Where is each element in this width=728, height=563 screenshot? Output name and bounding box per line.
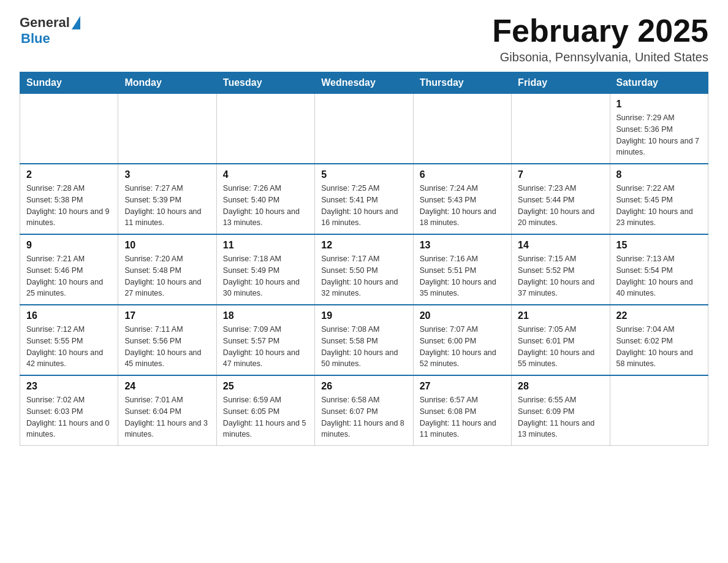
day-number: 11 — [223, 240, 308, 251]
day-info: Sunrise: 7:20 AM Sunset: 5:48 PM Dayligh… — [124, 253, 210, 299]
day-number: 23 — [26, 381, 112, 392]
logo-triangle-icon — [72, 16, 80, 29]
day-number: 5 — [321, 169, 406, 180]
day-info: Sunrise: 6:58 AM Sunset: 6:07 PM Dayligh… — [321, 394, 406, 440]
day-info: Sunrise: 7:15 AM Sunset: 5:52 PM Dayligh… — [518, 253, 603, 299]
day-number: 2 — [26, 169, 112, 180]
day-info: Sunrise: 7:04 AM Sunset: 6:02 PM Dayligh… — [616, 324, 702, 370]
day-number: 26 — [321, 381, 406, 392]
day-number: 4 — [223, 169, 308, 180]
calendar-day-cell: 26Sunrise: 6:58 AM Sunset: 6:07 PM Dayli… — [315, 375, 413, 446]
calendar-day-cell: 3Sunrise: 7:27 AM Sunset: 5:39 PM Daylig… — [118, 164, 216, 234]
calendar-day-cell — [216, 94, 314, 164]
calendar-day-cell: 12Sunrise: 7:17 AM Sunset: 5:50 PM Dayli… — [315, 234, 413, 305]
day-number: 27 — [420, 381, 505, 392]
calendar-day-cell: 23Sunrise: 7:02 AM Sunset: 6:03 PM Dayli… — [20, 375, 118, 446]
title-block: February 2025 Gibsonia, Pennsylvania, Un… — [492, 15, 708, 64]
day-info: Sunrise: 6:57 AM Sunset: 6:08 PM Dayligh… — [420, 394, 505, 440]
day-info: Sunrise: 7:24 AM Sunset: 5:43 PM Dayligh… — [420, 183, 505, 229]
day-number: 19 — [321, 310, 406, 321]
day-of-week-header: Tuesday — [216, 72, 314, 94]
day-of-week-header: Thursday — [413, 72, 511, 94]
day-info: Sunrise: 7:22 AM Sunset: 5:45 PM Dayligh… — [616, 183, 702, 229]
day-number: 25 — [223, 381, 308, 392]
calendar-day-cell: 15Sunrise: 7:13 AM Sunset: 5:54 PM Dayli… — [610, 234, 708, 305]
page-header: General Blue February 2025 Gibsonia, Pen… — [20, 15, 708, 64]
calendar-week-row: 23Sunrise: 7:02 AM Sunset: 6:03 PM Dayli… — [20, 375, 708, 446]
day-info: Sunrise: 6:59 AM Sunset: 6:05 PM Dayligh… — [223, 394, 308, 440]
day-number: 28 — [518, 381, 603, 392]
day-info: Sunrise: 7:05 AM Sunset: 6:01 PM Dayligh… — [518, 324, 603, 370]
calendar-day-cell: 18Sunrise: 7:09 AM Sunset: 5:57 PM Dayli… — [216, 305, 314, 375]
day-info: Sunrise: 7:01 AM Sunset: 6:04 PM Dayligh… — [124, 394, 210, 440]
day-number: 24 — [124, 381, 210, 392]
day-info: Sunrise: 7:29 AM Sunset: 5:36 PM Dayligh… — [616, 112, 702, 158]
calendar-day-cell — [413, 94, 511, 164]
calendar-subtitle: Gibsonia, Pennsylvania, United States — [492, 50, 708, 64]
calendar-day-cell: 10Sunrise: 7:20 AM Sunset: 5:48 PM Dayli… — [118, 234, 216, 305]
day-of-week-header: Wednesday — [315, 72, 413, 94]
calendar-week-row: 1Sunrise: 7:29 AM Sunset: 5:36 PM Daylig… — [20, 94, 708, 164]
calendar-day-cell: 4Sunrise: 7:26 AM Sunset: 5:40 PM Daylig… — [216, 164, 314, 234]
day-info: Sunrise: 7:27 AM Sunset: 5:39 PM Dayligh… — [124, 183, 210, 229]
calendar-day-cell: 9Sunrise: 7:21 AM Sunset: 5:46 PM Daylig… — [20, 234, 118, 305]
day-of-week-header: Friday — [512, 72, 610, 94]
day-number: 13 — [420, 240, 505, 251]
calendar-day-cell: 27Sunrise: 6:57 AM Sunset: 6:08 PM Dayli… — [413, 375, 511, 446]
calendar-day-cell — [20, 94, 118, 164]
calendar-day-cell: 21Sunrise: 7:05 AM Sunset: 6:01 PM Dayli… — [512, 305, 610, 375]
logo-blue-text: Blue — [21, 31, 50, 47]
day-number: 6 — [420, 169, 505, 180]
calendar-week-row: 16Sunrise: 7:12 AM Sunset: 5:55 PM Dayli… — [20, 305, 708, 375]
day-of-week-header: Sunday — [20, 72, 118, 94]
calendar-day-cell: 17Sunrise: 7:11 AM Sunset: 5:56 PM Dayli… — [118, 305, 216, 375]
calendar-day-cell: 28Sunrise: 6:55 AM Sunset: 6:09 PM Dayli… — [512, 375, 610, 446]
day-info: Sunrise: 7:02 AM Sunset: 6:03 PM Dayligh… — [26, 394, 112, 440]
day-number: 15 — [616, 240, 702, 251]
day-info: Sunrise: 7:11 AM Sunset: 5:56 PM Dayligh… — [124, 324, 210, 370]
day-info: Sunrise: 7:23 AM Sunset: 5:44 PM Dayligh… — [518, 183, 603, 229]
calendar-title: February 2025 — [492, 15, 708, 47]
calendar-day-cell: 13Sunrise: 7:16 AM Sunset: 5:51 PM Dayli… — [413, 234, 511, 305]
day-number: 17 — [124, 310, 210, 321]
calendar-day-cell — [512, 94, 610, 164]
day-info: Sunrise: 7:25 AM Sunset: 5:41 PM Dayligh… — [321, 183, 406, 229]
calendar-day-cell: 14Sunrise: 7:15 AM Sunset: 5:52 PM Dayli… — [512, 234, 610, 305]
day-info: Sunrise: 7:17 AM Sunset: 5:50 PM Dayligh… — [321, 253, 406, 299]
day-number: 12 — [321, 240, 406, 251]
calendar-table: SundayMondayTuesdayWednesdayThursdayFrid… — [20, 72, 708, 446]
day-number: 16 — [26, 310, 112, 321]
day-number: 18 — [223, 310, 308, 321]
calendar-day-cell — [315, 94, 413, 164]
day-of-week-header: Monday — [118, 72, 216, 94]
calendar-day-cell: 1Sunrise: 7:29 AM Sunset: 5:36 PM Daylig… — [610, 94, 708, 164]
day-info: Sunrise: 7:26 AM Sunset: 5:40 PM Dayligh… — [223, 183, 308, 229]
day-number: 1 — [616, 99, 702, 110]
calendar-day-cell: 5Sunrise: 7:25 AM Sunset: 5:41 PM Daylig… — [315, 164, 413, 234]
calendar-day-cell: 20Sunrise: 7:07 AM Sunset: 6:00 PM Dayli… — [413, 305, 511, 375]
logo-general-text: General — [20, 15, 70, 31]
calendar-day-cell: 16Sunrise: 7:12 AM Sunset: 5:55 PM Dayli… — [20, 305, 118, 375]
day-info: Sunrise: 7:21 AM Sunset: 5:46 PM Dayligh… — [26, 253, 112, 299]
day-info: Sunrise: 7:18 AM Sunset: 5:49 PM Dayligh… — [223, 253, 308, 299]
calendar-header-row: SundayMondayTuesdayWednesdayThursdayFrid… — [20, 72, 708, 94]
day-number: 8 — [616, 169, 702, 180]
day-info: Sunrise: 7:13 AM Sunset: 5:54 PM Dayligh… — [616, 253, 702, 299]
day-of-week-header: Saturday — [610, 72, 708, 94]
calendar-day-cell: 25Sunrise: 6:59 AM Sunset: 6:05 PM Dayli… — [216, 375, 314, 446]
calendar-day-cell: 19Sunrise: 7:08 AM Sunset: 5:58 PM Dayli… — [315, 305, 413, 375]
day-info: Sunrise: 6:55 AM Sunset: 6:09 PM Dayligh… — [518, 394, 603, 440]
day-number: 7 — [518, 169, 603, 180]
day-number: 22 — [616, 310, 702, 321]
day-number: 14 — [518, 240, 603, 251]
calendar-day-cell: 2Sunrise: 7:28 AM Sunset: 5:38 PM Daylig… — [20, 164, 118, 234]
calendar-day-cell: 22Sunrise: 7:04 AM Sunset: 6:02 PM Dayli… — [610, 305, 708, 375]
day-info: Sunrise: 7:12 AM Sunset: 5:55 PM Dayligh… — [26, 324, 112, 370]
day-info: Sunrise: 7:09 AM Sunset: 5:57 PM Dayligh… — [223, 324, 308, 370]
day-number: 9 — [26, 240, 112, 251]
day-number: 3 — [124, 169, 210, 180]
logo: General Blue — [20, 15, 82, 47]
calendar-day-cell: 8Sunrise: 7:22 AM Sunset: 5:45 PM Daylig… — [610, 164, 708, 234]
calendar-day-cell — [610, 375, 708, 446]
calendar-week-row: 9Sunrise: 7:21 AM Sunset: 5:46 PM Daylig… — [20, 234, 708, 305]
